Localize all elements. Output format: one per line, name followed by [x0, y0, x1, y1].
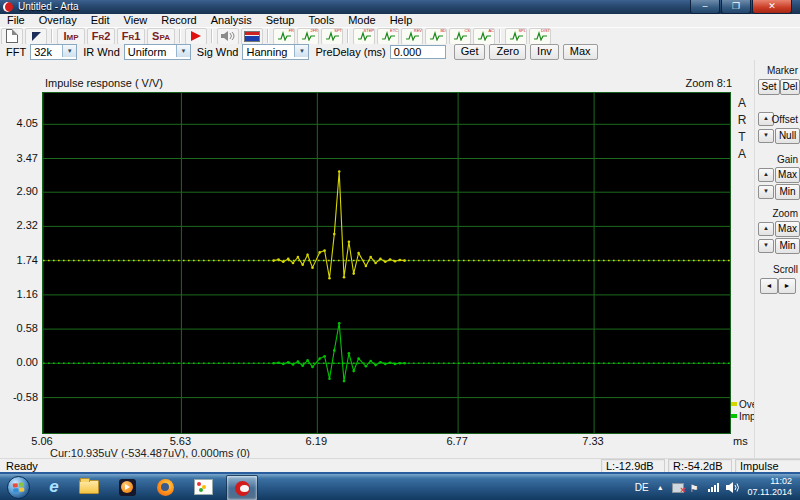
gain-max-button[interactable]: Max — [775, 167, 800, 183]
zoom-max-button[interactable]: Max — [775, 221, 800, 237]
taskbar-windows-explorer[interactable] — [74, 475, 104, 499]
x-axis-unit-label: ms — [733, 435, 748, 447]
menu-item-mode[interactable]: Mode — [341, 14, 383, 27]
imp-window-button[interactable]: Imp — [57, 28, 85, 45]
spt-analysis-button[interactable]: SPT — [321, 28, 343, 45]
max-button[interactable]: Max — [563, 44, 598, 60]
signal-bars-icon[interactable] — [708, 482, 721, 493]
bd-analysis-button[interactable]: BD — [425, 28, 447, 45]
pointer-tool-button[interactable] — [25, 28, 47, 45]
imp-series-swatch — [731, 414, 737, 418]
play-icon — [191, 31, 201, 41]
mini-chart-icon — [430, 31, 443, 41]
zero-button[interactable]: Zero — [489, 44, 526, 60]
menu-item-record[interactable]: Record — [154, 14, 203, 27]
y-axis-tick-label: 4.05 — [2, 117, 38, 129]
offset-null-button[interactable]: Null — [775, 128, 800, 144]
menu-item-overlay[interactable]: Overlay — [32, 14, 84, 27]
scroll-right-button[interactable]: ► — [778, 278, 796, 294]
gain-label: Gain — [777, 154, 798, 165]
toolbar-separator — [267, 29, 269, 43]
status-ready: Ready — [6, 460, 38, 472]
y-axis-tick-label: 0.58 — [2, 322, 38, 334]
arta-brand-vertical: ARTA — [735, 96, 749, 164]
impulse-plot-canvas[interactable] — [43, 93, 730, 433]
taskbar-image-viewer[interactable] — [188, 475, 218, 499]
predelay-input[interactable]: 0.000 — [390, 45, 446, 59]
fr-analysis-button[interactable]: FR — [273, 28, 295, 45]
gain-down-button[interactable]: ▼ — [758, 185, 774, 199]
sig-wnd-label: Sig Wnd — [197, 46, 239, 58]
chevron-down-icon: ▼ — [176, 45, 190, 57]
action-center-icon[interactable]: ⚑ — [690, 482, 703, 493]
y-axis-tick-label: 1.16 — [2, 288, 38, 300]
sig-window-select[interactable]: Hanning ▼ — [242, 44, 309, 60]
zoom-min-button[interactable]: Min — [775, 238, 800, 254]
fr2-window-button[interactable]: Fr2 — [87, 28, 115, 45]
2fr-analysis-button[interactable]: 2FR — [297, 28, 319, 45]
dist-analysis-button[interactable]: DIST — [529, 28, 551, 45]
zoom-ratio-label: Zoom 8:1 — [660, 77, 732, 89]
spl-analysis-button[interactable]: SPL — [505, 28, 527, 45]
taskbar-media-player[interactable] — [112, 475, 142, 499]
impulse-response-plot[interactable] — [42, 92, 731, 434]
volume-icon[interactable] — [726, 482, 739, 493]
plot-control-panel: Marker Set Del ▲ Offset ▼ Null Gain ▲ Ma… — [754, 60, 800, 458]
cs-analysis-button[interactable]: CS — [449, 28, 471, 45]
rev-analysis-button[interactable]: REV — [401, 28, 423, 45]
menu-item-help[interactable]: Help — [383, 14, 420, 27]
ir-window-select[interactable]: Uniform ▼ — [124, 44, 191, 60]
fft-label: FFT — [6, 46, 26, 58]
marker-label: Marker — [767, 65, 798, 76]
gain-up-button[interactable]: ▲ — [758, 168, 774, 182]
menu-item-view[interactable]: View — [117, 14, 155, 27]
zoom-up-button[interactable]: ▲ — [758, 222, 774, 236]
taskbar-arta-active[interactable] — [226, 475, 258, 500]
system-tray: DE ▲ × ⚑ 11:02 07.11.2014 — [635, 474, 796, 500]
zoom-down-button[interactable]: ▼ — [758, 239, 774, 253]
language-indicator[interactable]: DE — [635, 482, 649, 493]
clock[interactable]: 11:02 07.11.2014 — [748, 476, 792, 498]
mini-chart-icon — [534, 31, 547, 41]
y-axis-tick-label: 0.00 — [2, 356, 38, 368]
spa-window-button[interactable]: Spa — [147, 28, 175, 45]
measurement-toolbar: FFT 32k ▼ IR Wnd Uniform ▼ Sig Wnd Hanni… — [0, 44, 800, 60]
step-analysis-button[interactable]: STEP — [353, 28, 375, 45]
menu-item-analysis[interactable]: Analysis — [204, 14, 259, 27]
inv-button[interactable]: Inv — [530, 44, 559, 60]
y-axis-tick-label: -0.58 — [2, 391, 38, 403]
minimize-button[interactable]: – — [690, 0, 720, 14]
new-file-button[interactable] — [1, 28, 23, 45]
marker-set-button[interactable]: Set — [758, 79, 780, 95]
record-play-button[interactable] — [185, 28, 207, 45]
marker-del-button[interactable]: Del — [780, 79, 800, 95]
menu-item-setup[interactable]: Setup — [259, 14, 302, 27]
mini-chart-icon — [510, 31, 523, 41]
close-button[interactable]: ✕ — [752, 0, 792, 14]
menu-item-tools[interactable]: Tools — [301, 14, 341, 27]
language-flag-button[interactable] — [241, 28, 263, 45]
gain-min-button[interactable]: Min — [775, 184, 800, 200]
taskbar-internet-explorer[interactable]: e — [39, 475, 69, 499]
network-status-icon[interactable]: × — [672, 482, 685, 493]
y-axis-tick-label: 3.47 — [2, 152, 38, 164]
toolbar-separator — [179, 29, 181, 43]
menu-item-file[interactable]: File — [0, 14, 32, 27]
show-hidden-icons-icon[interactable]: ▲ — [657, 484, 664, 491]
etc-analysis-button[interactable]: ETC — [377, 28, 399, 45]
mini-chart-icon — [406, 31, 419, 41]
get-button[interactable]: Get — [454, 44, 486, 60]
scroll-left-button[interactable]: ◄ — [760, 278, 778, 294]
offset-down-button[interactable]: ▼ — [758, 129, 774, 143]
ac-analysis-button[interactable]: AC — [473, 28, 495, 45]
maximize-button[interactable]: ❐ — [721, 0, 751, 14]
fr1-window-button[interactable]: Fr1 — [117, 28, 145, 45]
start-button[interactable] — [3, 475, 33, 499]
menu-item-edit[interactable]: Edit — [84, 14, 117, 27]
fft-size-select[interactable]: 32k ▼ — [30, 44, 77, 60]
mini-chart-icon — [454, 31, 467, 41]
audio-device-button[interactable] — [217, 28, 239, 45]
chart-title: Impulse response ( V/V) — [45, 77, 163, 89]
y-axis-tick-label: 2.32 — [2, 219, 38, 231]
taskbar-firefox[interactable] — [150, 475, 180, 499]
